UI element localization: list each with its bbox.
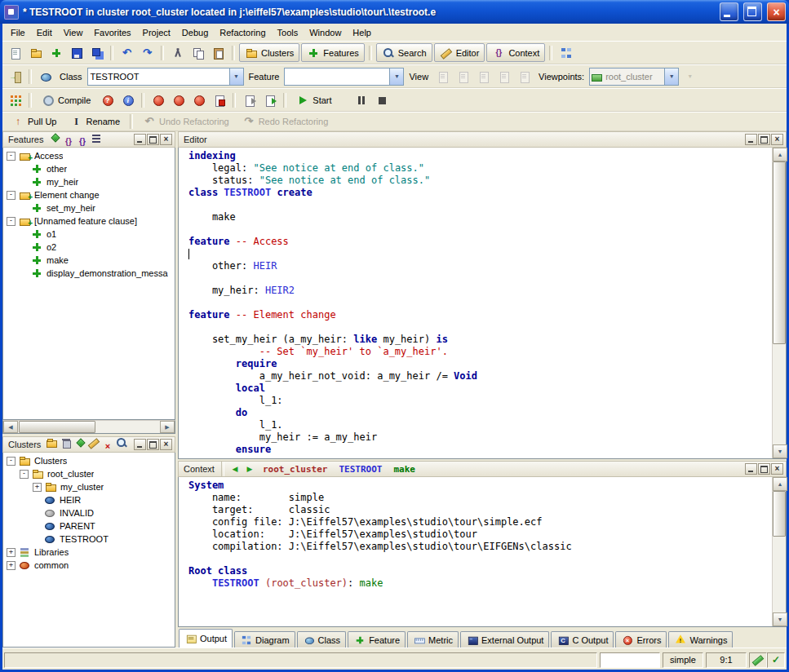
class-tool-button[interactable] xyxy=(36,68,55,85)
tab-class[interactable]: Class xyxy=(297,631,347,648)
aliases-button[interactable]: {} xyxy=(75,135,89,148)
feature-item-display_demonstration_messa[interactable]: display_demonstration_messa xyxy=(3,267,175,280)
features-hscroll-track[interactable] xyxy=(95,421,160,433)
context-crumb-testroot[interactable]: TESTROOT xyxy=(339,464,382,475)
features-hscroll[interactable]: ◀ ▶ xyxy=(2,420,175,434)
class-combo[interactable]: TESTROOT▼ xyxy=(87,68,244,86)
save-all-button[interactable] xyxy=(87,44,106,61)
generate-code-button[interactable] xyxy=(240,91,259,108)
cluster-item-common[interactable]: +common xyxy=(3,559,175,572)
clusters-close-button[interactable]: × xyxy=(160,439,172,450)
new-window-button[interactable] xyxy=(6,44,24,61)
expand-icon[interactable]: + xyxy=(7,548,16,557)
redo-button[interactable]: ↷ xyxy=(138,44,157,61)
tab-external-output[interactable]: External Output xyxy=(460,631,549,648)
start-button[interactable]: Start xyxy=(290,91,337,109)
tab-diagram[interactable]: Diagram xyxy=(234,631,295,648)
search-cluster-button[interactable] xyxy=(114,437,128,449)
save-button[interactable] xyxy=(67,44,86,61)
menu-debug[interactable]: Debug xyxy=(176,26,214,39)
precompile-button[interactable] xyxy=(210,91,228,108)
features-close-button[interactable]: × xyxy=(160,134,172,145)
feature-item-o2[interactable]: o2 xyxy=(3,241,175,254)
compilation-info-button[interactable]: i xyxy=(118,91,137,108)
context-button[interactable]: {}Context xyxy=(486,43,545,62)
features-hscroll-thumb[interactable] xyxy=(19,421,95,433)
viewpoints-combo-dropdown-icon[interactable]: ▼ xyxy=(664,69,678,85)
signatures-button[interactable]: {} xyxy=(61,135,75,148)
expand-icon[interactable]: + xyxy=(7,561,16,570)
feature-combo[interactable]: ▼ xyxy=(284,68,404,86)
cluster-item-libraries[interactable]: +Libraries xyxy=(3,546,175,559)
feature-item-element-change[interactable]: -Element change xyxy=(3,188,175,201)
tab-warnings[interactable]: !Warnings xyxy=(668,631,733,648)
collapse-icon[interactable]: - xyxy=(20,470,29,479)
collapse-icon[interactable]: - xyxy=(7,457,16,466)
sorted-list-button[interactable] xyxy=(89,131,103,144)
menu-favorites[interactable]: Favorites xyxy=(88,26,136,39)
cluster-item-testroot[interactable]: TESTROOT xyxy=(3,533,175,546)
finalize-button[interactable] xyxy=(189,91,208,108)
context-output[interactable]: System name: simple target: classic conf… xyxy=(179,477,772,626)
tab-c-output[interactable]: CC Output xyxy=(551,631,614,648)
expand-icon[interactable]: + xyxy=(33,483,42,492)
features-minimize-button[interactable] xyxy=(134,134,146,145)
context-back-icon[interactable]: ◀ xyxy=(228,463,242,475)
compile-button[interactable]: Compile xyxy=(36,91,96,109)
editor-vscroll[interactable]: ▲ ▼ xyxy=(772,148,786,458)
context-minimize-button[interactable] xyxy=(745,463,757,475)
menu-tools[interactable]: Tools xyxy=(272,26,304,39)
clusters-button[interactable]: Clusters xyxy=(239,43,299,62)
menu-view[interactable]: View xyxy=(58,26,89,39)
cluster-item-parent[interactable]: PARENT xyxy=(3,519,175,533)
tab-feature[interactable]: Feature xyxy=(348,631,406,648)
add-cluster-button[interactable] xyxy=(45,437,59,449)
menu-file[interactable]: File xyxy=(5,26,31,39)
editor-vscroll-thumb[interactable] xyxy=(773,161,786,344)
context-close-button[interactable]: × xyxy=(771,463,783,475)
maximize-button[interactable] xyxy=(743,2,762,21)
cluster-item-root_cluster[interactable]: -root_cluster xyxy=(3,467,175,480)
external-editor-button[interactable]: → xyxy=(6,68,24,85)
context-vscroll-track[interactable] xyxy=(773,491,786,612)
pull-up-button[interactable]: ↑Pull Up xyxy=(6,113,62,131)
editor-button[interactable]: Editor xyxy=(434,43,485,62)
feature-item-access[interactable]: -Access xyxy=(3,149,175,162)
editor-code[interactable]: indexing legal: "See notice at end of cl… xyxy=(179,148,772,458)
menu-help[interactable]: Help xyxy=(347,26,377,39)
cluster-item-clusters[interactable]: -Clusters xyxy=(3,454,175,467)
undo-button[interactable]: ↶ xyxy=(117,44,136,61)
collapse-icon[interactable]: - xyxy=(7,152,16,161)
clusters-minimize-button[interactable] xyxy=(134,439,146,450)
scroll-up-icon[interactable]: ▲ xyxy=(773,477,787,491)
cut-button[interactable] xyxy=(168,44,187,61)
cluster-item-heir[interactable]: HEIR xyxy=(3,493,175,506)
freeze-button[interactable] xyxy=(169,91,188,108)
menu-refactoring[interactable]: Refactoring xyxy=(214,26,271,39)
close-button[interactable]: × xyxy=(767,2,786,21)
feature-combo-dropdown-icon[interactable]: ▼ xyxy=(389,69,403,85)
menu-project[interactable]: Project xyxy=(137,26,176,39)
context-maximize-button[interactable] xyxy=(758,463,770,475)
tab-metric[interactable]: Metric xyxy=(407,631,459,648)
feature-item-my_heir[interactable]: my_heir xyxy=(3,175,175,188)
search-button[interactable]: Search xyxy=(376,43,432,62)
melt-button[interactable] xyxy=(148,91,167,108)
tab-output[interactable]: Output xyxy=(179,629,233,648)
new-class-here-button[interactable] xyxy=(73,437,86,449)
scroll-right-icon[interactable]: ▶ xyxy=(160,421,175,433)
editor-maximize-button[interactable] xyxy=(758,134,770,145)
scroll-left-icon[interactable]: ◀ xyxy=(3,421,18,433)
feature-item-make[interactable]: make xyxy=(3,254,175,267)
new-class-button[interactable] xyxy=(47,44,65,61)
scroll-down-icon[interactable]: ▼ xyxy=(773,444,787,458)
feature-item-unnamed-feature-clause[interactable]: -[Unnamed feature clause] xyxy=(3,214,175,228)
context-crumb-make[interactable]: make xyxy=(393,464,415,475)
context-vscroll-thumb[interactable] xyxy=(773,491,786,537)
editor-close-button[interactable]: × xyxy=(771,134,783,145)
editor-minimize-button[interactable] xyxy=(745,134,757,145)
context-forward-icon[interactable]: ▶ xyxy=(243,463,256,475)
clusters-maximize-button[interactable] xyxy=(147,439,159,450)
features-tree[interactable]: -Accessothermy_heir-Element changeset_my… xyxy=(2,148,175,420)
open-file-button[interactable] xyxy=(26,44,45,61)
